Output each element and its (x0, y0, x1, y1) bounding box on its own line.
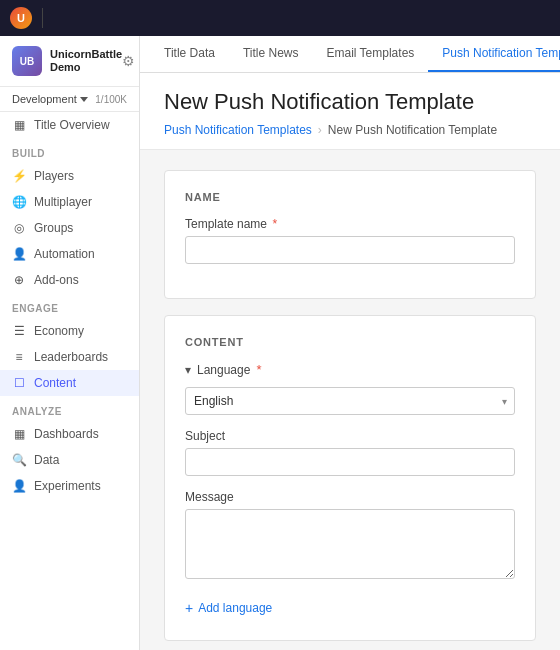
dashboards-icon: ▦ (12, 427, 26, 441)
breadcrumb: Push Notification Templates › New Push N… (164, 123, 536, 149)
env-name[interactable]: Development (12, 93, 88, 105)
sidebar-item-leaderboards[interactable]: ≡ Leaderboards (0, 344, 139, 370)
sidebar-item-label: Automation (34, 247, 95, 261)
tabs-bar: Title Data Title News Email Templates Pu… (140, 36, 560, 73)
subject-input[interactable] (185, 448, 515, 476)
sidebar-item-title-overview[interactable]: ▦ Title Overview (0, 112, 139, 138)
app-icon: UB (12, 46, 42, 76)
breadcrumb-separator: › (318, 123, 322, 137)
sidebar-item-label: Dashboards (34, 427, 99, 441)
sidebar-item-automation[interactable]: 👤 Automation (0, 241, 139, 267)
language-header: ▾ Language * (185, 362, 515, 377)
sidebar-item-label: Leaderboards (34, 350, 108, 364)
sidebar-item-label: Economy (34, 324, 84, 338)
add-language-button[interactable]: + Add language (185, 596, 515, 620)
form-body: NAME Template name * CONTENT ▾ Language (140, 150, 560, 650)
sidebar-item-label: Content (34, 376, 76, 390)
sidebar-item-label: Data (34, 453, 59, 467)
subject-label: Subject (185, 429, 515, 443)
sidebar-item-economy[interactable]: ☰ Economy (0, 318, 139, 344)
add-language-icon: + (185, 600, 193, 616)
page-title: New Push Notification Template (164, 89, 536, 115)
groups-icon: ◎ (12, 221, 26, 235)
sidebar: UB UnicornBattle Demo ⚙ Development 1/10… (0, 36, 140, 650)
sidebar-item-content[interactable]: ☐ Content (0, 370, 139, 396)
env-selector[interactable]: Development 1/100K (0, 87, 139, 112)
language-required-indicator: * (256, 362, 261, 377)
economy-icon: ☰ (12, 324, 26, 338)
sidebar-item-groups[interactable]: ◎ Groups (0, 215, 139, 241)
language-label: Language (197, 363, 250, 377)
content-icon: ☐ (12, 376, 26, 390)
sidebar-item-dashboards[interactable]: ▦ Dashboards (0, 421, 139, 447)
sidebar-item-data[interactable]: 🔍 Data (0, 447, 139, 473)
message-group: Message (185, 490, 515, 582)
language-select[interactable]: English French German Spanish (185, 387, 515, 415)
language-toggle-icon[interactable]: ▾ (185, 363, 191, 377)
subject-group: Subject (185, 429, 515, 476)
add-ons-icon: ⊕ (12, 273, 26, 287)
content-section-title: CONTENT (185, 336, 515, 348)
sidebar-section-engage: ENGAGE (0, 293, 139, 318)
required-indicator: * (269, 217, 277, 231)
breadcrumb-current: New Push Notification Template (328, 123, 497, 137)
template-name-group: Template name * (185, 217, 515, 264)
page-header: New Push Notification Template Push Noti… (140, 73, 560, 150)
top-bar-separator (42, 8, 43, 28)
env-chevron-icon (80, 97, 88, 102)
settings-icon[interactable]: ⚙ (122, 53, 135, 69)
app-logo: U (10, 7, 32, 29)
automation-icon: 👤 (12, 247, 26, 261)
sidebar-app: UB UnicornBattle Demo (12, 46, 122, 76)
sidebar-item-label: Experiments (34, 479, 101, 493)
sidebar-header: UB UnicornBattle Demo ⚙ (0, 36, 139, 87)
breadcrumb-parent[interactable]: Push Notification Templates (164, 123, 312, 137)
sidebar-item-add-ons[interactable]: ⊕ Add-ons (0, 267, 139, 293)
sidebar-item-label: Add-ons (34, 273, 79, 287)
content-area: Title Data Title News Email Templates Pu… (140, 36, 560, 650)
template-name-label: Template name * (185, 217, 515, 231)
name-section: NAME Template name * (164, 170, 536, 299)
title-overview-icon: ▦ (12, 118, 26, 132)
sidebar-item-label: Groups (34, 221, 73, 235)
main-layout: UB UnicornBattle Demo ⚙ Development 1/10… (0, 36, 560, 650)
sidebar-item-multiplayer[interactable]: 🌐 Multiplayer (0, 189, 139, 215)
sidebar-item-players[interactable]: ⚡ Players (0, 163, 139, 189)
tab-push-notification-templates[interactable]: Push Notification Templates (428, 36, 560, 72)
language-select-group: English French German Spanish ▾ (185, 387, 515, 415)
data-icon: 🔍 (12, 453, 26, 467)
message-input[interactable] (185, 509, 515, 579)
language-select-wrapper: English French German Spanish ▾ (185, 387, 515, 415)
sidebar-item-experiments[interactable]: 👤 Experiments (0, 473, 139, 499)
sidebar-app-name: UnicornBattle Demo (50, 48, 122, 74)
sidebar-section-analyze: ANALYZE (0, 396, 139, 421)
add-language-label: Add language (198, 601, 272, 615)
multiplayer-icon: 🌐 (12, 195, 26, 209)
experiments-icon: 👤 (12, 479, 26, 493)
tab-title-data[interactable]: Title Data (150, 36, 229, 72)
leaderboards-icon: ≡ (12, 350, 26, 364)
sidebar-section-build: BUILD (0, 138, 139, 163)
sidebar-item-label: Multiplayer (34, 195, 92, 209)
sidebar-item-label: Players (34, 169, 74, 183)
sidebar-item-label: Title Overview (34, 118, 110, 132)
name-section-title: NAME (185, 191, 515, 203)
message-label: Message (185, 490, 515, 504)
tab-title-news[interactable]: Title News (229, 36, 313, 72)
players-icon: ⚡ (12, 169, 26, 183)
tab-email-templates[interactable]: Email Templates (312, 36, 428, 72)
content-section: CONTENT ▾ Language * English French Germ… (164, 315, 536, 641)
template-name-input[interactable] (185, 236, 515, 264)
top-bar: U (0, 0, 560, 36)
page-content: New Push Notification Template Push Noti… (140, 73, 560, 650)
env-count: 1/100K (95, 94, 127, 105)
